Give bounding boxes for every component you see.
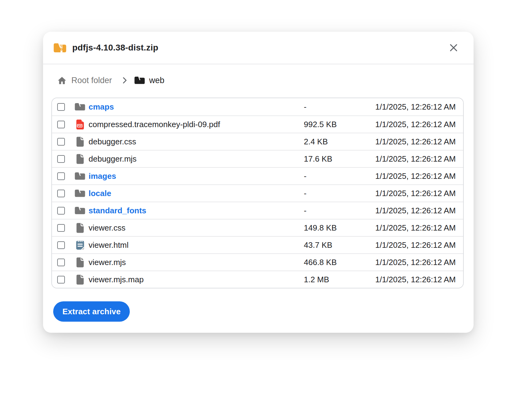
table-row[interactable]: debugger.mjs 17.6 KB 1/1/2025, 12:26:12 …: [52, 150, 463, 167]
extract-archive-button[interactable]: Extract archive: [53, 301, 130, 322]
file-date: 1/1/2025, 12:26:12 AM: [362, 154, 463, 164]
file-size: 1.2 MB: [304, 275, 362, 284]
row-checkbox[interactable]: [57, 241, 65, 249]
file-size: 17.6 KB: [304, 154, 362, 164]
file-icon: [74, 222, 86, 234]
file-size: -: [304, 171, 362, 181]
file-size: 2.4 KB: [304, 137, 362, 147]
file-name[interactable]: locale: [89, 189, 304, 198]
html-file-icon: [74, 239, 86, 251]
file-name: debugger.css: [89, 137, 304, 147]
file-date: 1/1/2025, 12:26:12 AM: [362, 189, 463, 198]
file-date: 1/1/2025, 12:26:12 AM: [362, 137, 463, 147]
row-checkbox[interactable]: [57, 155, 65, 163]
row-checkbox[interactable]: [57, 207, 65, 215]
breadcrumb-root[interactable]: Root folder: [71, 76, 112, 85]
file-size: 466.8 KB: [304, 258, 362, 267]
table-row[interactable]: PDF compressed.tracemonkey-pldi-09.pdf 9…: [52, 115, 463, 133]
page-background: pdfjs-4.10.38-dist.zip Root folder web: [0, 0, 532, 402]
zip-folder-icon: [53, 42, 67, 53]
row-checkbox[interactable]: [57, 138, 65, 146]
folder-icon: [74, 102, 86, 111]
file-name: viewer.mjs: [89, 258, 304, 267]
file-size: 149.8 KB: [304, 223, 362, 233]
svg-text:PDF: PDF: [77, 125, 82, 127]
row-checkbox[interactable]: [57, 224, 65, 232]
file-date: 1/1/2025, 12:26:12 AM: [362, 171, 463, 181]
file-icon: [74, 274, 86, 285]
file-date: 1/1/2025, 12:26:12 AM: [362, 240, 463, 250]
table-row[interactable]: locale - 1/1/2025, 12:26:12 AM: [52, 184, 463, 202]
file-name[interactable]: cmaps: [89, 102, 304, 112]
pdf-file-icon: PDF: [74, 119, 86, 130]
file-icon: [74, 136, 86, 147]
file-size: -: [304, 189, 362, 198]
file-date: 1/1/2025, 12:26:12 AM: [362, 258, 463, 267]
table-row[interactable]: images - 1/1/2025, 12:26:12 AM: [52, 167, 463, 184]
row-checkbox[interactable]: [57, 276, 65, 283]
file-date: 1/1/2025, 12:26:12 AM: [362, 206, 463, 215]
file-date: 1/1/2025, 12:26:12 AM: [362, 102, 463, 112]
folder-icon: [134, 76, 145, 85]
file-name: compressed.tracemonkey-pldi-09.pdf: [89, 120, 304, 129]
file-name[interactable]: images: [89, 171, 304, 181]
file-size: 43.7 KB: [304, 240, 362, 250]
row-checkbox[interactable]: [57, 190, 65, 197]
row-checkbox[interactable]: [57, 103, 65, 111]
dialog-title: pdfjs-4.10.38-dist.zip: [72, 43, 158, 53]
file-table: cmaps - 1/1/2025, 12:26:12 AM PDF compre…: [51, 98, 464, 288]
file-icon: [74, 257, 86, 268]
close-icon: [448, 42, 459, 53]
close-button[interactable]: [447, 41, 461, 55]
chevron-right-icon: [120, 76, 129, 85]
table-row[interactable]: viewer.mjs 466.8 KB 1/1/2025, 12:26:12 A…: [52, 253, 463, 271]
folder-icon: [74, 171, 86, 181]
folder-icon: [74, 189, 86, 198]
file-size: -: [304, 102, 362, 112]
zip-viewer-dialog: pdfjs-4.10.38-dist.zip Root folder web: [43, 32, 474, 333]
file-icon: [74, 153, 86, 165]
file-name[interactable]: standard_fonts: [89, 206, 304, 215]
row-checkbox[interactable]: [57, 172, 65, 180]
file-size: 992.5 KB: [304, 120, 362, 129]
file-name: debugger.mjs: [89, 154, 304, 164]
table-row[interactable]: viewer.css 149.8 KB 1/1/2025, 12:26:12 A…: [52, 219, 463, 236]
file-size: -: [304, 206, 362, 215]
breadcrumb: Root folder web: [57, 74, 474, 86]
file-date: 1/1/2025, 12:26:12 AM: [362, 223, 463, 233]
file-name: viewer.mjs.map: [89, 275, 304, 284]
file-name: viewer.css: [89, 223, 304, 233]
table-row[interactable]: debugger.css 2.4 KB 1/1/2025, 12:26:12 A…: [52, 133, 463, 150]
row-checkbox[interactable]: [57, 121, 65, 128]
breadcrumb-current: web: [149, 76, 165, 85]
file-date: 1/1/2025, 12:26:12 AM: [362, 275, 463, 284]
file-name: viewer.html: [89, 240, 304, 250]
dialog-header: pdfjs-4.10.38-dist.zip: [43, 32, 474, 64]
table-row[interactable]: viewer.mjs.map 1.2 MB 1/1/2025, 12:26:12…: [52, 271, 463, 288]
table-row[interactable]: standard_fonts - 1/1/2025, 12:26:12 AM: [52, 202, 463, 219]
table-row[interactable]: cmaps - 1/1/2025, 12:26:12 AM: [52, 98, 463, 115]
file-date: 1/1/2025, 12:26:12 AM: [362, 120, 463, 129]
row-checkbox[interactable]: [57, 259, 65, 266]
home-icon: [57, 75, 67, 86]
folder-icon: [74, 206, 86, 215]
table-row[interactable]: viewer.html 43.7 KB 1/1/2025, 12:26:12 A…: [52, 236, 463, 253]
